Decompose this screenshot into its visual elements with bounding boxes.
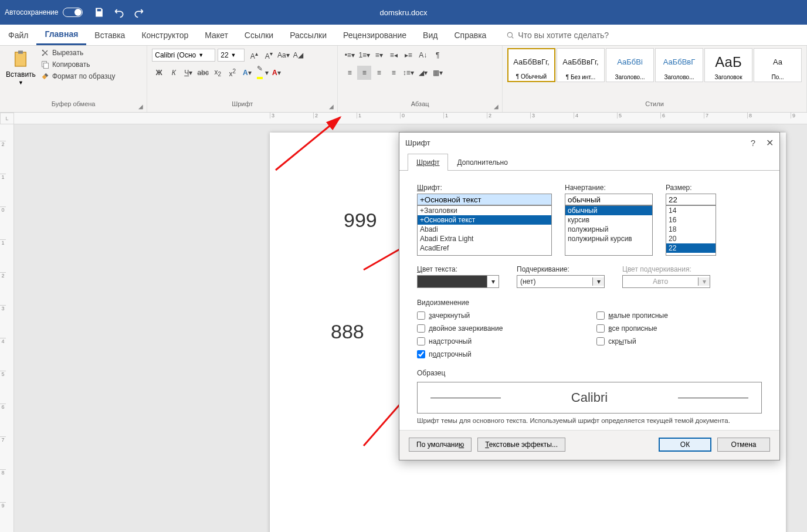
superscript-button[interactable]: x2 <box>225 66 239 80</box>
font-name-list[interactable]: +Заголовки+Основной текстAbadiAbadi Extr… <box>417 205 552 256</box>
justify-button[interactable]: ≡ <box>386 66 401 80</box>
bullets-button[interactable]: •≡▾ <box>343 48 357 62</box>
list-item[interactable]: +Заголовки <box>418 206 551 215</box>
redo-icon[interactable] <box>133 6 145 18</box>
list-item[interactable]: полужирный курсив <box>565 234 652 243</box>
tab-view[interactable]: Вид <box>415 25 446 45</box>
list-item[interactable]: 22 <box>666 243 716 253</box>
list-item[interactable]: +Основной текст <box>418 215 551 225</box>
tab-file[interactable]: Файл <box>0 25 36 45</box>
clear-format-button[interactable]: A◢ <box>291 48 305 62</box>
font-color-combo[interactable]: ▾ <box>417 275 499 288</box>
borders-button[interactable]: ▦▾ <box>430 66 445 80</box>
tab-review[interactable]: Рецензирование <box>335 25 415 45</box>
align-center-button[interactable]: ≡ <box>357 66 371 80</box>
style-item[interactable]: АаПо... <box>754 48 802 82</box>
style-item[interactable]: АаБбВвГЗаголово... <box>655 48 703 82</box>
effect-checkbox[interactable]: зачеркнутый <box>417 311 503 320</box>
font-size-list[interactable]: 1416182022 <box>666 205 716 256</box>
list-item[interactable]: курсив <box>565 215 652 225</box>
shrink-font-button[interactable]: A▾ <box>262 48 276 62</box>
tab-references[interactable]: Ссылки <box>236 25 282 45</box>
tab-design[interactable]: Конструктор <box>133 25 196 45</box>
subscript-button[interactable]: x2 <box>211 66 225 80</box>
indent-button[interactable]: ▸≡ <box>401 48 415 62</box>
outdent-button[interactable]: ≡◂ <box>386 48 401 62</box>
para-launcher-icon[interactable]: ◢ <box>494 103 499 110</box>
font-color-button[interactable]: A▾ <box>269 66 283 80</box>
tab-layout[interactable]: Макет <box>196 25 236 45</box>
list-item[interactable]: 18 <box>666 225 716 234</box>
vertical-ruler[interactable]: 21012345678910111213 <box>0 124 14 532</box>
align-left-button[interactable]: ≡ <box>343 66 357 80</box>
effect-checkbox[interactable]: малые прописные <box>596 311 668 320</box>
paste-button[interactable]: Вставить ▼ <box>5 48 37 87</box>
style-item[interactable]: АаБбВіЗаголово... <box>606 48 654 82</box>
cancel-button[interactable]: Отмена <box>717 438 770 452</box>
style-item[interactable]: АаБЗаголовок <box>704 48 752 82</box>
effect-checkbox[interactable]: все прописные <box>596 324 668 333</box>
text-effects-button[interactable]: A▾ <box>240 66 254 80</box>
format-painter-button[interactable]: Формат по образцу <box>40 72 116 81</box>
list-item[interactable]: 14 <box>666 206 716 215</box>
multilevel-button[interactable]: ≡▾ <box>372 48 386 62</box>
showmarks-button[interactable]: ¶ <box>430 48 445 62</box>
clipboard-launcher-icon[interactable]: ◢ <box>138 103 143 110</box>
tab-insert[interactable]: Вставка <box>86 25 133 45</box>
default-button[interactable]: По умолчанию <box>409 438 472 452</box>
font-launcher-icon[interactable]: ◢ <box>329 103 334 110</box>
effect-checkbox[interactable]: скрытый <box>596 337 668 345</box>
dialog-tab-advanced[interactable]: Дополнительно <box>448 154 516 171</box>
tell-me-search[interactable]: Что вы хотите сделать? <box>506 31 609 40</box>
font-style-list[interactable]: обычныйкурсивполужирныйполужирный курсив <box>565 205 653 256</box>
sort-button[interactable]: A↓ <box>416 48 430 62</box>
ok-button[interactable]: ОК <box>659 438 711 452</box>
align-right-button[interactable]: ≡ <box>372 66 386 80</box>
style-item[interactable]: АаБбВвГг,¶ Без инт... <box>557 48 605 82</box>
close-icon[interactable]: ✕ <box>766 137 774 148</box>
effect-checkbox[interactable]: двойное зачеркивание <box>417 324 503 333</box>
tab-help[interactable]: Справка <box>446 25 494 45</box>
preview-line-right <box>678 398 748 398</box>
font-size-combo[interactable]: 22▼ <box>218 49 245 62</box>
styles-gallery[interactable]: АаБбВвГг,¶ ОбычныйАаБбВвГг,¶ Без инт...А… <box>507 48 802 82</box>
underline-combo[interactable]: (нет)▾ <box>517 275 605 288</box>
list-item[interactable]: 20 <box>666 234 716 243</box>
list-item[interactable]: обычный <box>565 206 652 215</box>
strike-button[interactable]: abc <box>196 66 210 80</box>
help-icon[interactable]: ? <box>751 138 755 148</box>
undo-icon[interactable] <box>113 6 125 18</box>
autosave-toggle[interactable]: Автосохранение <box>5 8 83 17</box>
bold-button[interactable]: Ж <box>152 66 166 80</box>
list-item[interactable]: полужирный <box>565 225 652 234</box>
numbering-button[interactable]: 1≡▾ <box>357 48 371 62</box>
font-name-combo[interactable]: Calibri (Осно▼ <box>152 49 215 62</box>
shading-button[interactable]: ◢▾ <box>416 66 430 80</box>
effect-checkbox[interactable]: подстрочный <box>417 350 503 358</box>
dialog-titlebar[interactable]: Шрифт ? ✕ <box>399 133 779 153</box>
tab-mailings[interactable]: Рассылки <box>282 25 335 45</box>
save-icon[interactable] <box>93 6 105 18</box>
list-item[interactable]: AcadEref <box>418 243 551 253</box>
style-item[interactable]: АаБбВвГг,¶ Обычный <box>507 48 555 82</box>
list-item[interactable]: Abadi Extra Light <box>418 234 551 243</box>
underline-button[interactable]: Ч▾ <box>181 66 195 80</box>
highlight-button[interactable]: ✎▾ <box>255 66 269 80</box>
cut-button[interactable]: Вырезать <box>40 48 116 57</box>
font-style-input[interactable] <box>565 194 653 205</box>
change-case-button[interactable]: Aa▾ <box>276 48 290 62</box>
text-effects-button[interactable]: Текстовые эффекты... <box>477 438 565 452</box>
list-item[interactable]: 16 <box>666 215 716 225</box>
dialog-tab-font[interactable]: Шрифт <box>408 154 448 171</box>
font-name-input[interactable] <box>417 194 552 205</box>
effect-checkbox[interactable]: надстрочный <box>417 337 503 345</box>
italic-button[interactable]: К <box>167 66 181 80</box>
line-spacing-button[interactable]: ↕≡▾ <box>401 66 415 80</box>
tab-home[interactable]: Главная <box>36 25 86 45</box>
font-size-input[interactable] <box>666 194 716 205</box>
copy-button[interactable]: Копировать <box>40 60 116 69</box>
list-item[interactable]: Abadi <box>418 225 551 234</box>
clipboard-icon <box>11 49 30 69</box>
grow-font-button[interactable]: A▴ <box>247 48 261 62</box>
horizontal-ruler[interactable]: 321012345678910111213141516 <box>14 113 807 124</box>
